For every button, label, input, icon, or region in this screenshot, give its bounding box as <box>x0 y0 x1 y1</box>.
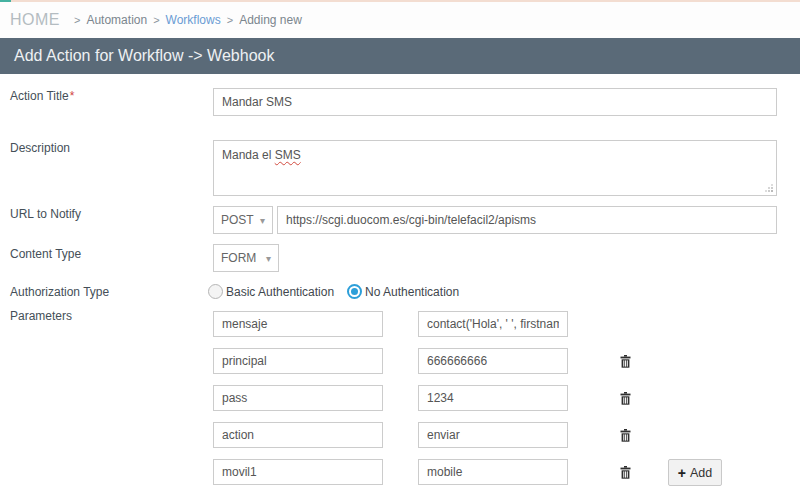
trash-icon <box>620 466 631 479</box>
resize-grip-icon[interactable] <box>764 183 774 193</box>
caret-down-icon: ▾ <box>260 215 265 226</box>
parameter-value-input[interactable] <box>418 348 568 374</box>
url-input[interactable] <box>277 206 777 234</box>
authorization-type-label: Authorization Type <box>10 285 109 299</box>
http-method-value: POST <box>221 213 254 227</box>
trash-icon <box>620 429 631 442</box>
parameter-key-input[interactable] <box>213 348 383 374</box>
action-title-label-text: Action Title <box>10 89 69 103</box>
content-type-label: Content Type <box>10 247 81 261</box>
parameter-key-input[interactable] <box>213 422 383 448</box>
breadcrumb-separator: > <box>153 14 159 26</box>
content-type-select[interactable]: FORM ▾ <box>213 244 279 272</box>
url-to-notify-label: URL to Notify <box>10 207 81 221</box>
authorization-type-options: Basic Authentication No Authentication <box>208 284 459 299</box>
parameter-value-input[interactable] <box>418 385 568 411</box>
action-title-input[interactable] <box>213 88 777 116</box>
home-link[interactable]: HOME <box>10 11 60 29</box>
breadcrumb-item-workflows[interactable]: Workflows <box>166 13 221 27</box>
description-label: Description <box>10 141 70 155</box>
breadcrumb-item-automation: Automation <box>86 13 147 27</box>
basic-authentication-label: Basic Authentication <box>226 285 334 299</box>
no-authentication-label: No Authentication <box>365 285 459 299</box>
breadcrumb-separator: > <box>227 14 233 26</box>
content-type-value: FORM <box>221 251 256 265</box>
breadcrumb: HOME > Automation > Workflows > Adding n… <box>0 2 800 38</box>
page: HOME > Automation > Workflows > Adding n… <box>0 0 800 504</box>
page-header: Add Action for Workflow -> Webhook <box>0 38 800 74</box>
delete-parameter-button[interactable] <box>615 463 635 481</box>
breadcrumb-item-adding-new: Adding new <box>239 13 302 27</box>
delete-parameter-button[interactable] <box>615 389 635 407</box>
trash-icon <box>620 392 631 405</box>
basic-authentication-radio[interactable] <box>208 284 223 299</box>
action-title-label: Action Title* <box>10 89 74 103</box>
parameter-key-input[interactable] <box>213 385 383 411</box>
breadcrumb-separator: > <box>74 14 80 26</box>
parameter-value-input[interactable] <box>418 459 568 485</box>
description-text: Manda el <box>222 148 275 162</box>
http-method-select[interactable]: POST ▾ <box>213 206 273 234</box>
add-button-label: Add <box>690 466 712 480</box>
parameter-value-input[interactable] <box>418 422 568 448</box>
required-asterisk: * <box>70 89 75 103</box>
parameters-label: Parameters <box>10 309 72 323</box>
parameter-key-input[interactable] <box>213 311 383 337</box>
trash-icon <box>620 355 631 368</box>
delete-parameter-button[interactable] <box>615 426 635 444</box>
description-misspelled-word: SMS <box>275 148 301 162</box>
plus-icon: + <box>678 466 686 480</box>
parameter-value-input[interactable] <box>418 311 568 337</box>
description-textarea[interactable]: Manda el SMS <box>213 140 777 196</box>
parameter-key-input[interactable] <box>213 459 383 485</box>
caret-down-icon: ▾ <box>266 253 271 264</box>
add-parameter-button[interactable]: + Add <box>668 459 722 486</box>
page-title: Add Action for Workflow -> Webhook <box>14 47 274 65</box>
no-authentication-radio[interactable] <box>347 284 362 299</box>
delete-parameter-button[interactable] <box>615 352 635 370</box>
